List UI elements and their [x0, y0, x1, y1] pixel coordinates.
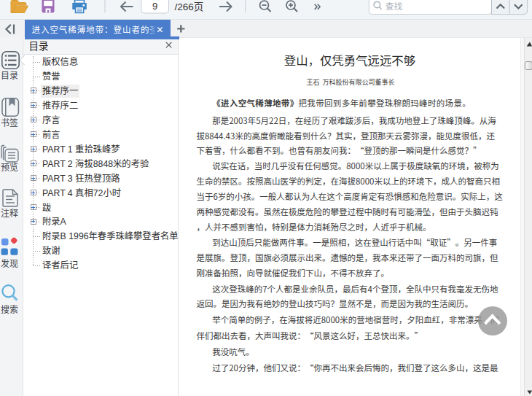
- svg-text:查找: 查找: [386, 1, 403, 12]
- svg-text:9: 9: [152, 1, 157, 12]
- svg-text:/266页: /266页: [175, 1, 204, 12]
